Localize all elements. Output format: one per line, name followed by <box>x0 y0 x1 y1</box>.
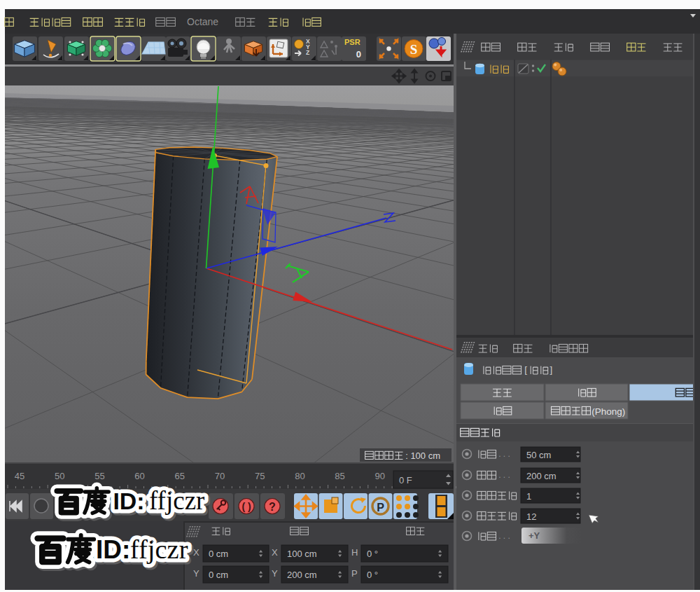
svg-text:200 cm: 200 cm <box>287 570 317 580</box>
svg-text:ffjczr: ffjczr <box>130 535 188 564</box>
svg-text:100 cm: 100 cm <box>287 549 317 559</box>
svg-text:0 °: 0 ° <box>367 570 378 580</box>
svg-text:Z: Z <box>306 49 309 56</box>
svg-text:45: 45 <box>15 471 24 481</box>
svg-text:12: 12 <box>526 511 536 522</box>
svg-text:85: 85 <box>335 471 344 481</box>
svg-text:ID:: ID: <box>113 488 144 514</box>
svg-text:0 F: 0 F <box>399 475 412 486</box>
svg-text:(Phong): (Phong) <box>592 406 625 417</box>
svg-text:S: S <box>410 42 418 57</box>
svg-text:H: H <box>351 547 358 558</box>
svg-text:0 cm: 0 cm <box>209 549 228 559</box>
svg-text:50: 50 <box>55 471 64 481</box>
svg-text:X: X <box>193 547 200 558</box>
svg-text:90: 90 <box>375 471 385 481</box>
svg-text:. . .: . . . <box>498 470 510 480</box>
svg-text:50 cm: 50 cm <box>526 450 551 460</box>
svg-text:X: X <box>272 547 278 558</box>
svg-text:[: [ <box>524 364 527 375</box>
svg-text:]: ] <box>550 364 552 375</box>
svg-text:PSR: PSR <box>344 38 360 46</box>
svg-text:0 cm: 0 cm <box>209 570 228 580</box>
svg-text:Y: Y <box>193 568 200 579</box>
svg-text:P: P <box>351 568 358 579</box>
svg-text:( ): ( ) <box>241 501 251 512</box>
svg-text:0 °: 0 ° <box>367 549 378 559</box>
svg-text:?: ? <box>269 501 276 513</box>
svg-text:ID:: ID: <box>96 535 130 564</box>
svg-text:Octane: Octane <box>187 16 218 27</box>
svg-text:0: 0 <box>356 49 361 60</box>
svg-text:80: 80 <box>295 471 304 481</box>
svg-text:Y: Y <box>272 568 278 579</box>
svg-text:. . .: . . . <box>498 449 510 459</box>
svg-text:1: 1 <box>526 491 531 502</box>
svg-text:65: 65 <box>175 471 185 481</box>
svg-text:55: 55 <box>94 471 104 481</box>
svg-text:200 cm: 200 cm <box>526 471 556 481</box>
svg-text:75: 75 <box>255 471 265 481</box>
svg-text:ffjczr: ffjczr <box>149 486 204 515</box>
svg-text:. . .: . . . <box>498 531 510 541</box>
svg-text:: 100 cm: : 100 cm <box>405 450 440 461</box>
svg-text:70: 70 <box>215 471 225 481</box>
svg-text:60: 60 <box>134 471 144 481</box>
svg-text:P: P <box>377 502 384 514</box>
svg-text:+Y: +Y <box>528 530 540 541</box>
